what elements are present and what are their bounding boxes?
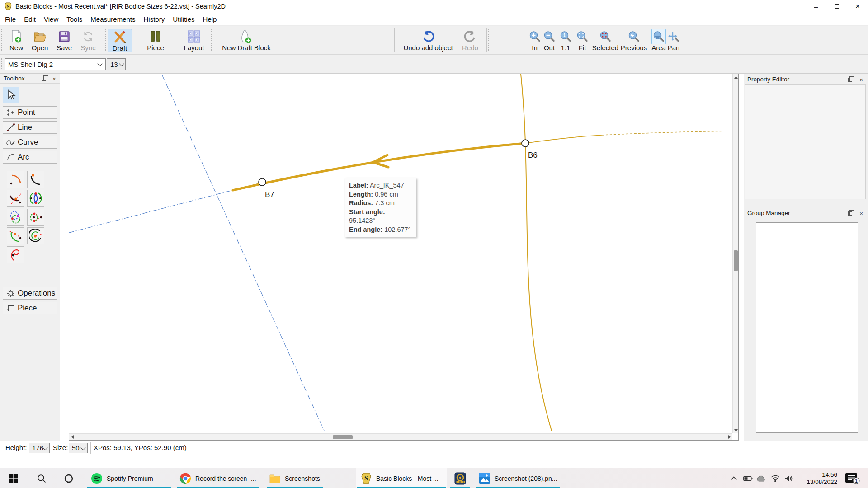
taskbar-app-spotify[interactable]: Spotify Premium [86,468,172,488]
onedrive-status[interactable] [754,468,768,488]
toolbox-category-curve[interactable]: Curve [3,136,57,149]
pattern-curve-vertical[interactable] [521,74,552,431]
toolbox-category-operations[interactable]: Operations [3,287,57,300]
tray-expand-button[interactable] [727,468,741,488]
point-category-icon [5,108,16,117]
minimize-button[interactable]: – [806,0,826,13]
start-button[interactable] [5,468,23,488]
property-editor-close-button[interactable]: × [858,76,864,83]
menu-utilities[interactable]: Utilities [169,13,198,26]
save-button[interactable]: Save [53,29,75,52]
concentric-arcs-button[interactable] [27,227,44,244]
taskbar-app-screenshots-folder[interactable]: Screenshots [266,468,324,488]
undo-button[interactable]: Undo add object [400,29,457,52]
menu-help[interactable]: Help [199,13,221,26]
zoom-out-button[interactable]: Out [541,29,557,52]
maximize-button[interactable] [826,0,847,13]
toolbox-float-button[interactable] [41,75,47,82]
point-of-intersection-arcs-button[interactable] [27,190,44,207]
cortana-button[interactable] [60,468,78,488]
scroll-left-icon[interactable] [69,434,75,440]
toolbox-category-point[interactable]: Point [3,106,57,119]
toolbox-close-button[interactable]: × [51,75,57,82]
group-manager-float-button[interactable] [847,210,853,216]
drawing-canvas[interactable]: B7 B6 Label: Arc_fK_547 Length: 0.96 cm … [69,74,739,441]
menu-history[interactable]: History [140,13,169,26]
action-center-button[interactable]: 1 [842,468,863,488]
sync-button[interactable]: Sync [76,29,100,52]
taskbar-app-seamlyme[interactable] [449,468,471,488]
label-font-size-select[interactable]: 13 [107,58,126,70]
draft-mode-button[interactable]: Draft [108,29,132,52]
scroll-down-icon[interactable] [733,427,739,433]
scroll-up-icon[interactable] [733,74,739,80]
point-b7-label[interactable]: B7 [265,190,274,199]
menu-edit[interactable]: Edit [20,13,40,26]
point-from-circle-tangent-button[interactable] [27,209,44,226]
canvas-surface[interactable]: B7 B6 [69,74,732,432]
vertical-scroll-thumb[interactable] [734,250,738,271]
horizontal-scroll-thumb[interactable] [333,435,353,439]
zoom-in-button[interactable]: In [526,29,543,52]
elliptical-arc-button[interactable] [7,246,24,263]
arc-tool-button[interactable] [7,171,24,188]
zoom-selected-button[interactable]: Selected [591,29,620,52]
height-select[interactable]: 176 [29,443,50,453]
toolbar-grip[interactable] [1,58,3,70]
battery-status[interactable] [741,468,754,488]
point-arc-line-intersect-button[interactable] [7,190,24,207]
label-font-select[interactable]: MS Shell Dlg 2 [5,58,106,70]
menu-measurements[interactable]: Measurements [86,13,139,26]
taskbar-app-chrome[interactable]: Record the screen -... [176,468,260,488]
wifi-status[interactable] [769,468,782,488]
pattern-curve-right-solid[interactable] [525,135,602,143]
taskbar-clock[interactable]: 14:56 13/08/2022 [797,468,837,488]
toolbar-grip[interactable] [488,29,490,51]
point-b6-label[interactable]: B6 [528,151,538,160]
point-intersect-circles-button[interactable] [7,209,24,226]
zoom-fit-icon [576,29,588,44]
construction-line-vertical[interactable] [162,75,324,431]
group-manager-close-button[interactable]: × [858,210,864,216]
toolbar-grip[interactable] [211,29,213,51]
group-manager-list[interactable] [756,222,858,433]
chevron-up-icon [731,476,737,480]
point-b6[interactable] [522,140,529,147]
toolbox-category-arc[interactable]: Arc [3,151,57,164]
property-editor-float-button[interactable] [847,76,853,83]
volume-status[interactable] [782,468,797,488]
menu-file[interactable]: File [1,13,20,26]
layout-mode-button[interactable]: Layout [181,29,207,52]
new-button[interactable]: New [5,29,28,52]
point-arc-tangent-button[interactable] [7,227,24,244]
taskbar-app-photos[interactable]: Screenshot (208).pn... [475,468,561,488]
concentric-arcs-icon [29,229,42,243]
taskbar-app-seamly2d-active[interactable]: S Basic Blocks - Most ... [356,468,447,488]
menu-view[interactable]: View [40,13,62,26]
open-button[interactable]: Open [28,29,51,52]
redo-button[interactable]: Redo [458,29,482,52]
toolbox-category-piece[interactable]: Piece [3,302,57,314]
pattern-curve-right-dashed[interactable] [602,131,732,135]
piece-mode-button[interactable]: Piece [144,29,167,52]
scroll-right-icon[interactable] [726,434,732,440]
size-select[interactable]: 50 [69,443,88,453]
canvas-horizontal-scrollbar[interactable] [69,433,732,440]
taskbar-search-button[interactable] [33,468,51,488]
toolbar-grip[interactable] [1,29,3,51]
toolbar-grip[interactable] [105,29,107,51]
point-b7[interactable] [259,178,266,186]
toolbox-category-line[interactable]: Line [3,121,57,134]
zoom-previous-button[interactable]: Previous [620,29,648,52]
zoom-fit-button[interactable]: Fit [574,29,591,52]
menu-tools[interactable]: Tools [62,13,86,26]
cloud-icon [756,475,766,482]
toolbar-grip[interactable] [396,29,397,51]
arc-with-length-tool-button[interactable] [27,171,44,188]
close-button[interactable]: × [847,0,868,13]
canvas-vertical-scrollbar[interactable] [732,74,738,433]
new-draft-block-button[interactable]: New Draft Block [216,29,277,52]
select-tool-button[interactable] [3,87,19,103]
zoom-original-button[interactable]: 1 1:1 [557,29,574,52]
zoom-pan-button[interactable]: Pan [665,29,683,52]
